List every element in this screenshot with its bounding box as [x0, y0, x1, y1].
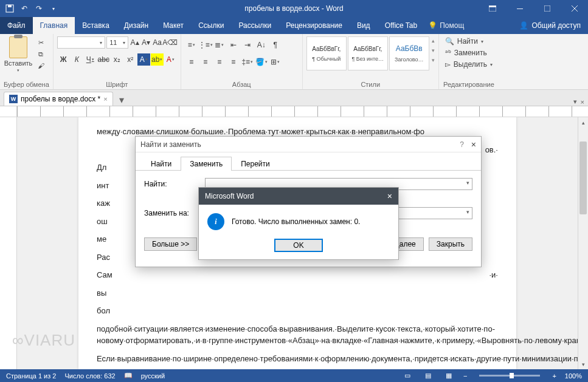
document-tab-bar: W пробелы в ворде.docx * × ▾ ▾ ×	[0, 90, 588, 106]
tab-menu-icon[interactable]: ▾	[573, 98, 577, 106]
borders-icon[interactable]: ⊞	[269, 56, 282, 68]
status-words[interactable]: Число слов: 632	[64, 372, 115, 380]
font-color-button[interactable]: A	[164, 53, 177, 66]
close-icon[interactable]: ×	[387, 191, 392, 201]
scroll-down-icon[interactable]: ▾	[578, 359, 588, 369]
dialog-titlebar[interactable]: Найти и заменить ? ×	[136, 137, 481, 152]
align-right-icon[interactable]: ≡	[213, 56, 226, 68]
close-icon[interactable]: ×	[471, 140, 476, 149]
zoom-level[interactable]: 100%	[565, 372, 582, 380]
superscript-button[interactable]: x²	[124, 53, 137, 66]
sort-icon[interactable]: A↓	[255, 39, 268, 51]
vertical-ruler[interactable]	[0, 117, 17, 369]
style-heading1[interactable]: АаБбВвЗаголово…	[389, 36, 429, 70]
vertical-scrollbar[interactable]: ▴ ▾	[578, 117, 588, 369]
strikethrough-button[interactable]: abc	[97, 53, 110, 66]
tab-file[interactable]: Файл	[0, 17, 33, 34]
dtab-find[interactable]: Найти	[142, 157, 181, 171]
group-font: 11 A▴ A▾ Aa A⌫ Ж К Ч abc x₂ x² A ab A Шр…	[54, 34, 181, 89]
tab-home[interactable]: Главная	[33, 17, 75, 34]
close-dialog-button[interactable]: Закрыть	[429, 237, 472, 251]
font-name-selector[interactable]	[57, 36, 105, 49]
shading-icon[interactable]: 🪣	[255, 56, 268, 68]
new-tab-button[interactable]: ▾	[116, 94, 128, 106]
bold-button[interactable]: Ж	[57, 53, 70, 66]
replace-button[interactable]: ᵃᵇЗаменить	[443, 48, 495, 58]
text-effects-button[interactable]: A	[137, 53, 150, 66]
tab-mailings[interactable]: Рассылки	[231, 17, 278, 34]
underline-button[interactable]: Ч	[84, 53, 97, 66]
redo-icon[interactable]: ↷	[34, 4, 44, 13]
print-layout-icon[interactable]: ▤	[422, 371, 434, 381]
ribbon: Вставить ▾ ✂ ⧉ 🖌 Буфер обмена 11 A▴ A▾ A…	[0, 34, 588, 90]
zoom-slider[interactable]	[479, 375, 540, 377]
font-size-selector[interactable]: 11	[106, 36, 128, 49]
ribbon-display-options-icon[interactable]	[479, 0, 506, 17]
cut-icon[interactable]: ✂	[35, 38, 46, 47]
increase-indent-icon[interactable]: ⇥	[241, 39, 254, 51]
highlight-button[interactable]: ab	[151, 53, 164, 66]
help-icon[interactable]: ?	[460, 140, 464, 149]
subscript-button[interactable]: x₂	[111, 53, 123, 66]
tab-design[interactable]: Дизайн	[117, 17, 156, 34]
document-tab[interactable]: W пробелы в ворде.docx * ×	[4, 92, 113, 106]
shrink-font-icon[interactable]: A▾	[141, 36, 151, 49]
decrease-indent-icon[interactable]: ⇤	[227, 39, 240, 51]
spellcheck-icon[interactable]: 📖	[124, 372, 133, 380]
format-painter-icon[interactable]: 🖌	[35, 61, 46, 70]
dtab-goto[interactable]: Перейти	[232, 157, 279, 171]
show-marks-icon[interactable]: ¶	[269, 39, 282, 51]
tab-officetab[interactable]: Office Tab	[378, 17, 425, 34]
undo-icon[interactable]: ↶	[19, 4, 29, 13]
group-paragraph: ≡ ⋮≡ ≣ ⇤ ⇥ A↓ ¶ ≡ ≡ ≡ ≡ ‡≡ 🪣 ⊞ Абзац	[181, 34, 303, 89]
status-language[interactable]: русский	[141, 372, 165, 380]
tab-layout[interactable]: Макет	[156, 17, 191, 34]
close-button[interactable]	[561, 0, 588, 17]
save-icon[interactable]	[5, 4, 15, 13]
paste-button[interactable]: Вставить ▾	[4, 36, 33, 73]
copy-icon[interactable]: ⧉	[35, 49, 46, 59]
quick-access-toolbar: ↶ ↷ ▾	[0, 4, 63, 13]
scrollbar-thumb[interactable]	[579, 142, 587, 214]
maximize-button[interactable]	[533, 0, 561, 17]
close-tab-icon[interactable]: ×	[103, 95, 107, 103]
more-button[interactable]: Больше >>	[144, 237, 197, 251]
find-label: Найти:	[144, 180, 199, 188]
align-center-icon[interactable]: ≡	[199, 56, 212, 68]
style-no-spacing[interactable]: АаБбВвГг,¶ Без инте…	[348, 36, 388, 70]
tell-me[interactable]: 💡Помощ	[428, 17, 464, 34]
share-button[interactable]: 👤Общий доступ	[512, 17, 588, 34]
style-normal[interactable]: АаБбВвГг,¶ Обычный	[306, 36, 347, 70]
bullets-icon[interactable]: ≡	[185, 39, 198, 51]
ok-button[interactable]: OK	[274, 239, 323, 252]
horizontal-ruler[interactable]	[0, 106, 588, 117]
change-case-icon[interactable]: Aa	[152, 36, 162, 49]
read-mode-icon[interactable]: ▭	[401, 371, 413, 381]
dtab-replace[interactable]: Заменить	[181, 157, 232, 171]
tab-review[interactable]: Рецензирование	[278, 17, 350, 34]
zoom-in-icon[interactable]: +	[552, 372, 556, 380]
minimize-button[interactable]	[506, 0, 533, 17]
clear-formatting-icon[interactable]: A⌫	[164, 36, 177, 49]
styles-gallery-scroll[interactable]: ▴▾▾	[432, 36, 435, 63]
italic-button[interactable]: К	[71, 53, 83, 66]
numbering-icon[interactable]: ⋮≡	[199, 39, 212, 51]
tab-view[interactable]: Вид	[350, 17, 378, 34]
zoom-out-icon[interactable]: −	[463, 372, 467, 380]
align-left-icon[interactable]: ≡	[185, 56, 198, 68]
qat-dropdown-icon[interactable]: ▾	[49, 4, 58, 13]
find-button[interactable]: 🔍Найти▾	[443, 36, 495, 46]
select-button[interactable]: ▻Выделить▾	[443, 60, 495, 69]
window-titlebar: ↶ ↷ ▾ пробелы в ворде.docx - Word	[0, 0, 588, 17]
scroll-up-icon[interactable]: ▴	[578, 117, 588, 128]
multilevel-icon[interactable]: ≣	[213, 39, 226, 51]
status-page[interactable]: Страница 1 из 2	[6, 372, 56, 380]
tab-references[interactable]: Ссылки	[191, 17, 231, 34]
tab-close-all-icon[interactable]: ×	[581, 98, 584, 106]
tab-insert[interactable]: Вставка	[75, 17, 117, 34]
web-layout-icon[interactable]: ▦	[443, 371, 455, 381]
msg-titlebar[interactable]: Microsoft Word ×	[199, 188, 398, 205]
justify-icon[interactable]: ≡	[227, 56, 240, 68]
line-spacing-icon[interactable]: ‡≡	[241, 56, 254, 68]
grow-font-icon[interactable]: A▴	[130, 36, 139, 49]
